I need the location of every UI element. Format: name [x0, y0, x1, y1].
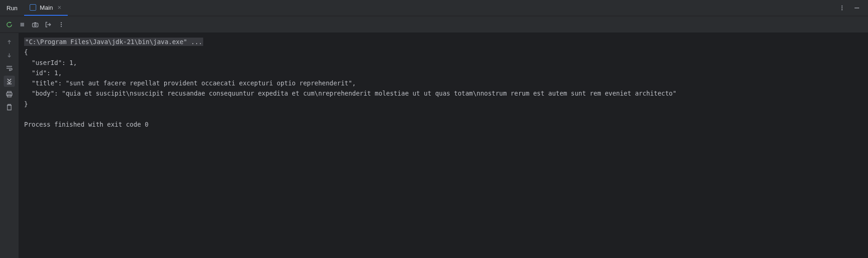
svg-rect-7	[34, 22, 36, 23]
panel-header: Run Main ×	[0, 0, 868, 16]
output-line: }	[24, 100, 28, 108]
svg-point-6	[34, 24, 36, 26]
rerun-button[interactable]	[4, 19, 15, 30]
svg-point-10	[61, 26, 62, 26]
stop-button[interactable]	[17, 19, 28, 30]
exit-line: Process finished with exit code 0	[24, 121, 148, 128]
console-toolbar	[0, 16, 868, 33]
kebab-menu-button[interactable]	[56, 19, 67, 30]
up-arrow-button[interactable]	[4, 37, 15, 48]
down-arrow-button[interactable]	[4, 50, 15, 61]
console-body: "C:\Program Files\Java\jdk-21\bin\java.e…	[0, 33, 868, 258]
svg-point-9	[61, 24, 62, 25]
svg-rect-5	[32, 23, 38, 27]
output-line: {	[24, 48, 28, 56]
console-gutter	[0, 33, 19, 258]
tab-label: Main	[40, 4, 53, 11]
svg-point-1	[842, 7, 842, 8]
soft-wrap-button[interactable]	[4, 63, 15, 74]
svg-point-0	[842, 6, 842, 6]
svg-point-8	[61, 22, 62, 23]
console-output[interactable]: "C:\Program Files\Java\jdk-21\bin\java.e…	[19, 33, 868, 258]
header-actions	[836, 2, 868, 13]
output-line: "userId": 1,	[24, 59, 77, 66]
tab-main[interactable]: Main ×	[24, 0, 68, 16]
scroll-to-end-button[interactable]	[4, 76, 15, 87]
output-line: "title": "sunt aut facere repellat provi…	[24, 79, 356, 87]
print-button[interactable]	[4, 89, 15, 100]
run-panel: Run Main ×	[0, 0, 868, 258]
run-config-icon	[30, 4, 36, 11]
svg-rect-3	[855, 8, 859, 9]
svg-point-2	[842, 9, 842, 10]
svg-rect-4	[20, 23, 24, 26]
svg-rect-11	[7, 84, 12, 84]
clear-button[interactable]	[4, 102, 15, 113]
screenshot-button[interactable]	[30, 19, 41, 30]
exit-button[interactable]	[43, 19, 54, 30]
more-options-button[interactable]	[836, 2, 848, 13]
command-line: "C:\Program Files\Java\jdk-21\bin\java.e…	[24, 38, 203, 46]
output-line: "body": "quia et suscipit\nsuscipit recu…	[24, 90, 676, 97]
panel-title: Run	[0, 0, 24, 16]
minimize-button[interactable]	[851, 2, 862, 13]
close-tab-icon[interactable]: ×	[57, 4, 62, 11]
output-line: "id": 1,	[24, 69, 62, 77]
